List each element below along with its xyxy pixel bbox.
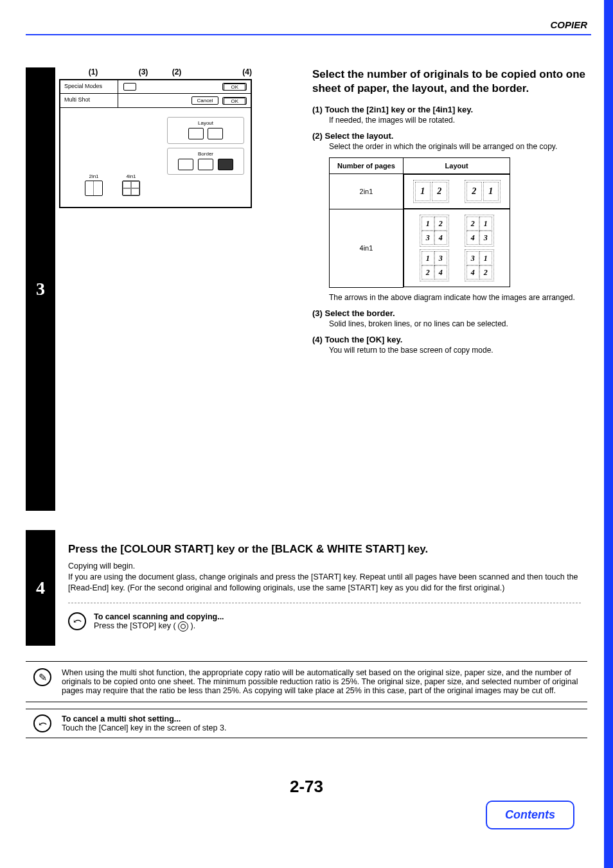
callout-1: (1)	[66, 67, 121, 76]
header-rule	[26, 34, 591, 35]
substep-4-body: You will return to the base screen of co…	[312, 346, 587, 355]
page-edge-accent	[604, 0, 613, 868]
border-label: Border	[172, 151, 240, 157]
cancel2-body: Touch the [Cancel] key in the screen of …	[62, 723, 226, 732]
key-2in1-label: 2in1	[80, 173, 108, 179]
cancel2-heading: To cancel a multi shot setting...	[62, 714, 226, 723]
key-4in1[interactable]: 4in1	[117, 173, 145, 196]
ok-button[interactable]: OK	[222, 97, 247, 105]
multi-shot-label: Multi Shot	[60, 94, 118, 107]
cancel-icon-2: ⤺	[33, 714, 51, 732]
layout-group: Layout	[167, 117, 244, 144]
dashed-divider	[68, 603, 581, 603]
layout-option-2[interactable]	[208, 128, 223, 139]
border-group: Border	[167, 148, 244, 175]
table-caption: The arrows in the above diagram indicate…	[312, 293, 587, 302]
border-option-selected[interactable]	[218, 159, 233, 170]
row-4in1-label: 4in1	[330, 209, 404, 287]
row-2in1-label: 2in1	[330, 174, 404, 209]
substep-3-body: Solid lines, broken lines, or no lines c…	[312, 319, 587, 328]
cancel-setting-box: ⤺ To cancel a multi shot setting... Touc…	[26, 709, 587, 738]
layout-option-1[interactable]	[188, 128, 204, 139]
step-4-badge: 4	[26, 530, 55, 646]
section-header: COPIER	[550, 19, 587, 30]
ok-top-button[interactable]: OK	[222, 83, 247, 91]
step-3-number: 3	[36, 279, 45, 299]
touch-panel-screenshot: Special Modes OK Multi Shot Cancel OK	[59, 79, 252, 208]
pencil-note-icon: ✎	[33, 668, 51, 686]
info-text: When using the multi shot function, the …	[62, 668, 580, 695]
special-modes-label: Special Modes	[60, 80, 118, 93]
row-2in1-layouts: 1 2 2 1	[404, 174, 510, 209]
layout-table: Number of pages Layout 2in1 1 2 2 1	[329, 157, 510, 288]
th-layout: Layout	[403, 158, 510, 174]
key-2in1[interactable]: 2in1	[80, 173, 108, 196]
callout-4: (4)	[188, 67, 252, 76]
cancel-note-body: Press the [STOP] key ( ).	[94, 621, 224, 632]
substep-4-heading: (4) Touch the [OK] key.	[312, 335, 587, 344]
row-4in1-layouts: 12 34 13 24 21 43	[404, 209, 510, 287]
substep-3-heading: (3) Select the border.	[312, 308, 587, 318]
callout-3: (3)	[121, 67, 166, 76]
th-pages: Number of pages	[330, 158, 404, 174]
substep-1-heading: (1) Touch the [2in1] key or the [4in1] k…	[312, 105, 587, 114]
substep-1-body: If needed, the images will be rotated.	[312, 116, 587, 125]
stop-key-icon	[178, 621, 188, 632]
step-3-badge: 3	[26, 67, 55, 511]
border-option-none[interactable]	[178, 159, 193, 170]
step-4-number: 4	[36, 578, 45, 598]
step-4-line2: If you are using the document glass, cha…	[68, 572, 581, 594]
step-4-title: Press the [COLOUR START] key or the [BLA…	[68, 543, 581, 556]
substep-2-body: Select the order in which the originals …	[312, 142, 587, 151]
key-4in1-label: 4in1	[117, 173, 145, 179]
callout-2: (2)	[166, 67, 188, 76]
step-4-line1: Copying will begin.	[68, 561, 581, 572]
info-box: ✎ When using the multi shot function, th…	[26, 661, 587, 702]
border-option-solid[interactable]	[198, 159, 213, 170]
step-3-title: Select the number of originals to be cop…	[312, 67, 587, 96]
contents-button[interactable]: Contents	[486, 801, 574, 829]
cancel-note-heading: To cancel scanning and copying...	[94, 612, 224, 621]
page-number: 2-73	[26, 777, 587, 797]
key-4in1-icon	[122, 181, 140, 196]
cancel-button[interactable]: Cancel	[191, 96, 219, 105]
multishot-mode-icon	[123, 83, 136, 91]
layout-label: Layout	[172, 120, 240, 126]
key-2in1-icon	[85, 181, 103, 196]
substep-2-heading: (2) Select the layout.	[312, 131, 587, 141]
cancel-icon: ⤺	[68, 612, 86, 630]
